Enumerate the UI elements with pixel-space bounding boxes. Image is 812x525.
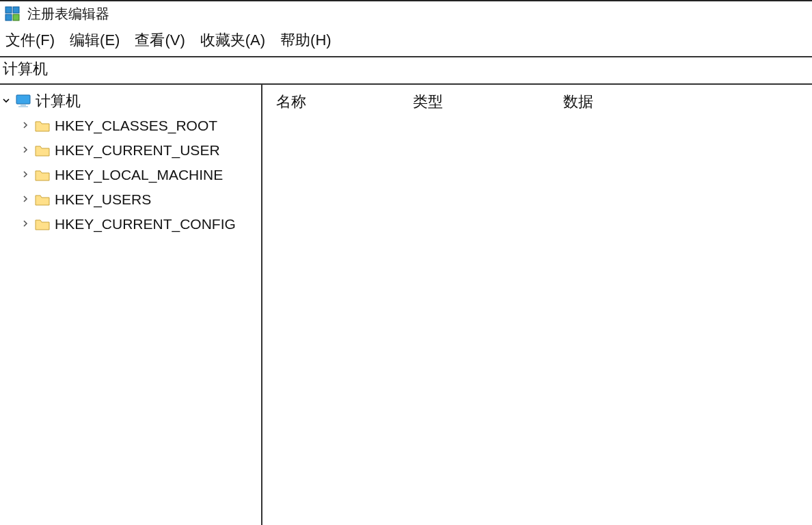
- folder-icon: [34, 217, 51, 231]
- folder-icon: [34, 168, 51, 182]
- expander-right-icon[interactable]: [21, 194, 30, 205]
- tree-item-hklm[interactable]: HKEY_LOCAL_MACHINE: [0, 163, 261, 187]
- expander-right-icon[interactable]: [21, 120, 30, 131]
- registry-editor-window: 注册表编辑器 文件(F) 编辑(E) 查看(V) 收藏夹(A) 帮助(H) 计算…: [0, 0, 812, 525]
- list-header: 名称 类型 数据: [262, 92, 812, 112]
- list-pane[interactable]: 名称 类型 数据: [262, 85, 812, 525]
- window-title: 注册表编辑器: [27, 5, 109, 23]
- folder-icon: [34, 119, 51, 133]
- expander-right-icon[interactable]: [21, 145, 30, 156]
- content-area: 计算机 HKEY_CLASSES_ROOT HKEY_CURRENT_USE: [0, 85, 812, 525]
- svg-rect-3: [13, 14, 19, 21]
- menu-bar: 文件(F) 编辑(E) 查看(V) 收藏夹(A) 帮助(H): [0, 26, 812, 57]
- menu-help[interactable]: 帮助(H): [280, 30, 331, 51]
- tree-pane[interactable]: 计算机 HKEY_CLASSES_ROOT HKEY_CURRENT_USE: [0, 85, 262, 525]
- tree-item-hkcc[interactable]: HKEY_CURRENT_CONFIG: [0, 212, 261, 237]
- tree-item-label: HKEY_CURRENT_USER: [55, 142, 220, 159]
- expander-right-icon[interactable]: [21, 219, 30, 230]
- tree-item-label: HKEY_USERS: [55, 191, 151, 208]
- regedit-app-icon: [4, 5, 21, 22]
- expander-down-icon[interactable]: [1, 96, 11, 107]
- address-bar[interactable]: 计算机: [0, 57, 812, 85]
- svg-rect-5: [21, 105, 26, 106]
- tree-root-computer[interactable]: 计算机: [0, 89, 261, 113]
- tree-item-hkcr[interactable]: HKEY_CLASSES_ROOT: [0, 113, 261, 138]
- svg-rect-4: [16, 95, 30, 104]
- tree-item-label: HKEY_CURRENT_CONFIG: [55, 216, 236, 232]
- menu-view[interactable]: 查看(V): [135, 30, 185, 51]
- svg-rect-2: [5, 14, 12, 21]
- svg-rect-0: [5, 7, 12, 13]
- tree-item-label: HKEY_CLASSES_ROOT: [55, 118, 217, 134]
- column-header-data[interactable]: 数据: [563, 92, 812, 112]
- folder-icon: [34, 144, 51, 157]
- column-header-name[interactable]: 名称: [262, 92, 413, 112]
- tree-item-label: HKEY_LOCAL_MACHINE: [55, 167, 223, 183]
- column-header-type[interactable]: 类型: [413, 92, 563, 112]
- svg-rect-1: [13, 7, 19, 13]
- menu-file[interactable]: 文件(F): [5, 30, 55, 51]
- tree-root-label: 计算机: [36, 91, 81, 111]
- tree-item-hkcu[interactable]: HKEY_CURRENT_USER: [0, 138, 261, 163]
- expander-right-icon[interactable]: [21, 170, 30, 180]
- svg-rect-6: [18, 106, 28, 107]
- tree-item-hku[interactable]: HKEY_USERS: [0, 187, 261, 212]
- menu-edit[interactable]: 编辑(E): [70, 30, 120, 51]
- menu-favorites[interactable]: 收藏夹(A): [200, 30, 265, 51]
- computer-icon: [15, 94, 31, 108]
- folder-icon: [34, 193, 51, 206]
- title-bar: 注册表编辑器: [0, 1, 812, 26]
- address-path: 计算机: [3, 60, 48, 77]
